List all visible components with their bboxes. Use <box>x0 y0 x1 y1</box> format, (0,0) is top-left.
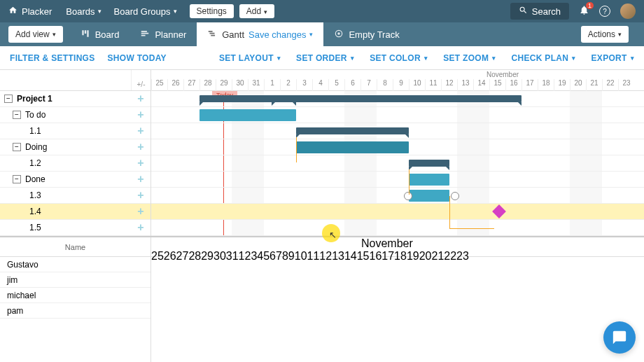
tab-board[interactable]: Board <box>70 22 130 46</box>
add-row-icon[interactable]: + <box>131 141 150 153</box>
check-plan-button[interactable]: CHECK PLAN▾ <box>512 53 576 63</box>
show-today-link[interactable]: SHOW TODAY <box>108 53 167 63</box>
home-icon[interactable] <box>8 6 18 17</box>
svg-point-1 <box>338 32 341 35</box>
task-row[interactable]: 1.4+ <box>0 204 150 220</box>
gantt-row[interactable] <box>151 155 644 172</box>
day-col: 14 <box>473 79 489 91</box>
save-changes-link[interactable]: Save changes <box>248 29 306 40</box>
task-row[interactable]: 1.1+ <box>0 123 150 139</box>
tab-empty-track[interactable]: Empty Track <box>323 22 410 46</box>
day-col: 3 <box>296 79 312 91</box>
task-row[interactable]: −To do+ <box>0 107 150 123</box>
add-row-icon[interactable]: + <box>131 221 150 234</box>
task-row[interactable]: 1.5+ <box>0 220 150 236</box>
add-button[interactable]: Add ▾ <box>239 4 274 18</box>
summary-bar[interactable] <box>409 160 449 167</box>
day-col: 27 <box>183 79 200 91</box>
collapse-icon[interactable]: − <box>4 95 13 103</box>
task-row[interactable]: 1.3+ <box>0 188 150 204</box>
month-label: November <box>151 70 644 79</box>
help-icon[interactable]: ? <box>599 6 610 17</box>
day-col: 30 <box>232 79 248 91</box>
actions-button[interactable]: Actions ▾ <box>581 26 629 43</box>
summary-bar[interactable] <box>296 127 409 134</box>
add-row-icon[interactable]: + <box>131 125 150 137</box>
gantt-area: +/- −Project 1+−To do+1.1+−Doing+1.2+−Do… <box>0 70 644 236</box>
resource-row[interactable]: Gustavo <box>0 257 150 272</box>
gantt-timeline[interactable]: November 2526272829303112345678910111213… <box>151 70 644 236</box>
gantt-row[interactable] <box>151 220 644 236</box>
search-icon <box>519 6 528 17</box>
planner-icon <box>140 29 150 41</box>
set-zoom-button[interactable]: SET ZOOM▾ <box>443 53 496 63</box>
task-row[interactable]: −Project 1+ <box>0 91 150 107</box>
day-col: 21 <box>586 79 602 91</box>
task-row[interactable]: −Done+ <box>0 172 150 188</box>
task-row[interactable]: −Doing+ <box>0 139 150 155</box>
gantt-row[interactable] <box>151 204 644 220</box>
gantt-row[interactable] <box>151 139 644 155</box>
add-row-icon[interactable]: + <box>131 205 150 218</box>
collapse-icon[interactable]: − <box>13 175 21 183</box>
day-col: 17 <box>522 79 538 91</box>
gantt-icon <box>207 29 217 41</box>
search-input[interactable]: Search <box>510 3 569 20</box>
gantt-row[interactable] <box>151 123 644 139</box>
resource-row[interactable]: jim <box>0 272 150 288</box>
day-col: 20 <box>570 79 586 91</box>
day-col: 6 <box>344 79 360 91</box>
bar-handle[interactable] <box>404 192 412 200</box>
board-icon <box>80 29 90 41</box>
nav-boards[interactable]: Boards▾ <box>66 6 101 17</box>
task-bar[interactable] <box>409 174 449 186</box>
day-col: 12 <box>441 79 457 91</box>
collapse-icon[interactable]: − <box>13 143 21 151</box>
day-col: 28 <box>200 79 216 91</box>
day-col: 16 <box>505 79 522 91</box>
viewbar: Add view ▾ Board Planner Gantt Save chan… <box>0 22 644 46</box>
task-list: +/- −Project 1+−To do+1.1+−Doing+1.2+−Do… <box>0 70 151 236</box>
resource-row[interactable]: michael <box>0 288 150 303</box>
add-row-icon[interactable]: + <box>131 189 150 202</box>
task-bar[interactable] <box>409 190 449 202</box>
task-row[interactable]: 1.2+ <box>0 155 150 172</box>
bar-handle[interactable] <box>451 192 459 200</box>
tab-gantt[interactable]: Gantt Save changes ▾ <box>197 22 323 46</box>
add-row-icon[interactable]: + <box>131 157 150 169</box>
settings-button[interactable]: Settings <box>190 4 234 18</box>
summary-bar[interactable] <box>200 95 296 102</box>
add-row-icon[interactable]: + <box>131 173 150 186</box>
notifications-icon[interactable]: 1 <box>579 5 589 18</box>
collapse-icon[interactable]: − <box>13 111 21 119</box>
filter-settings-link[interactable]: FILTER & SETTINGS <box>10 53 95 63</box>
day-col: 11 <box>425 79 441 91</box>
chat-widget[interactable] <box>603 321 636 354</box>
tab-planner[interactable]: Planner <box>130 22 197 46</box>
day-col: 10 <box>409 79 425 91</box>
add-row-icon[interactable]: + <box>131 109 150 121</box>
track-icon <box>334 29 344 41</box>
day-col: 25 <box>151 79 167 91</box>
milestone[interactable] <box>492 204 506 218</box>
day-col: 4 <box>312 79 328 91</box>
set-layout-button[interactable]: SET LAYOUT▾ <box>219 53 281 63</box>
day-col: 15 <box>489 79 505 91</box>
gantt-row[interactable] <box>151 107 644 123</box>
task-bar[interactable] <box>296 141 409 153</box>
export-button[interactable]: EXPORT▾ <box>592 53 634 63</box>
add-view-button[interactable]: Add view ▾ <box>8 26 63 43</box>
set-color-button[interactable]: SET COLOR▾ <box>370 53 428 63</box>
gantt-row[interactable] <box>151 91 644 107</box>
gantt-row[interactable] <box>151 172 644 188</box>
day-col: 22 <box>602 79 618 91</box>
add-row-icon[interactable]: + <box>131 92 150 105</box>
day-col: 29 <box>216 79 232 91</box>
task-bar[interactable] <box>200 109 296 121</box>
resource-row[interactable]: pam <box>0 303 150 319</box>
nav-board-groups[interactable]: Board Groups▾ <box>114 6 177 17</box>
brand-label[interactable]: Placker <box>22 6 52 17</box>
avatar[interactable] <box>620 4 636 19</box>
gantt-row[interactable] <box>151 188 644 204</box>
set-order-button[interactable]: SET ORDER▾ <box>296 53 354 63</box>
